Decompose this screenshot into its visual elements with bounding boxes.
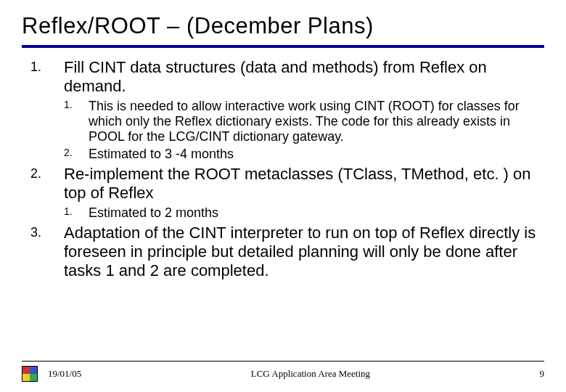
slide: Reflex/ROOT – (December Plans) Fill CINT… — [0, 0, 566, 392]
title-rule — [22, 45, 544, 48]
sub-list: This is needed to allow interactive work… — [64, 99, 538, 162]
outline-list: Fill CINT data structures (data and meth… — [25, 58, 538, 280]
outline-text: Re-implement the ROOT metaclasses (TClas… — [64, 165, 538, 203]
sub-item: This is needed to allow interactive work… — [64, 99, 538, 145]
footer-title: LCG Application Area Meeting — [81, 368, 539, 380]
outline-text: Fill CINT data structures (data and meth… — [64, 58, 538, 96]
footer-row: 19/01/05 LCG Application Area Meeting 9 — [22, 366, 544, 382]
slide-body: Fill CINT data structures (data and meth… — [22, 58, 544, 280]
outline-item: Re-implement the ROOT metaclasses (TClas… — [25, 165, 538, 221]
sub-item: Estimated to 2 months — [64, 205, 538, 221]
footer-rule — [22, 361, 544, 362]
footer-date: 19/01/05 — [48, 368, 81, 380]
lcg-logo-icon — [22, 366, 38, 382]
sub-list: Estimated to 2 months — [64, 205, 538, 221]
slide-title: Reflex/ROOT – (December Plans) — [22, 13, 544, 39]
sub-item: Estimated to 3 -4 months — [64, 147, 538, 162]
slide-footer: 19/01/05 LCG Application Area Meeting 9 — [0, 361, 566, 382]
outline-item: Adaptation of the CINT interpreter to ru… — [25, 224, 538, 280]
outline-item: Fill CINT data structures (data and meth… — [25, 58, 538, 162]
page-number: 9 — [540, 368, 545, 380]
outline-text: Adaptation of the CINT interpreter to ru… — [64, 224, 538, 280]
